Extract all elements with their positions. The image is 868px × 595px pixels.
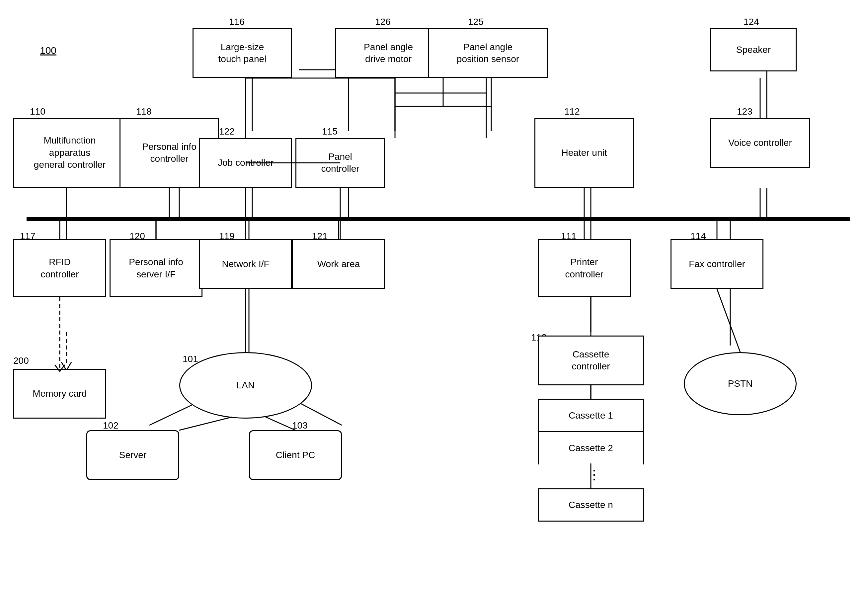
printer-controller-label: Printercontroller xyxy=(565,256,603,280)
heater-unit-box: Heater unit xyxy=(534,118,634,188)
diagram-title: 100 xyxy=(40,45,56,56)
label-job-122: 122 xyxy=(219,126,235,137)
label-125: 125 xyxy=(468,16,484,27)
multifunction-box: Multifunctionapparatusgeneral controller xyxy=(13,118,126,188)
panel-controller-label: Panelcontroller xyxy=(321,151,359,175)
cassette1-label: Cassette 1 xyxy=(568,410,613,422)
cassette-controller-box: Cassettecontroller xyxy=(538,336,644,385)
pstn-label: PSTN xyxy=(728,378,753,389)
label-110: 110 xyxy=(30,106,46,117)
label-118: 118 xyxy=(136,106,152,117)
personal-info-server-box: Personal infoserver I/F xyxy=(109,239,202,298)
label-103: 103 xyxy=(292,420,308,431)
connection-lines xyxy=(0,0,868,595)
network-if-label: Network I/F xyxy=(222,258,269,270)
cassette2-box: Cassette 2 xyxy=(538,431,644,465)
rfid-controller-label: RFIDcontroller xyxy=(40,256,79,280)
voice-controller-box: Voice controller xyxy=(710,118,810,168)
cassette-n-label: Cassette n xyxy=(568,499,613,511)
memory-card-label: Memory card xyxy=(32,388,87,400)
work-area-label: Work area xyxy=(317,258,360,270)
heater-unit-label: Heater unit xyxy=(562,147,607,159)
client-pc-box: Client PC xyxy=(249,430,342,480)
job-controller-box: Job controller xyxy=(199,138,292,188)
printer-controller-box: Printercontroller xyxy=(538,239,631,298)
voice-controller-label: Voice controller xyxy=(728,137,792,149)
label-112: 112 xyxy=(564,106,580,117)
server-label: Server xyxy=(119,449,146,461)
panel-controller-box: Panelcontroller xyxy=(295,138,385,188)
label-116: 116 xyxy=(229,16,245,27)
label-101: 101 xyxy=(183,354,198,364)
job-controller-label: Job controller xyxy=(218,157,273,169)
personal-info-ctrl-label: Personal infocontroller xyxy=(142,141,196,165)
label-126: 126 xyxy=(375,16,391,27)
label-124: 124 xyxy=(744,16,759,27)
diagram: 100 116 Large-sizetouch panel 126 Panel … xyxy=(0,0,868,595)
speaker-label: Speaker xyxy=(736,44,771,56)
fax-controller-label: Fax controller xyxy=(689,258,745,270)
large-touch-panel-label: Large-sizetouch panel xyxy=(218,41,267,65)
cassette-controller-label: Cassettecontroller xyxy=(571,348,610,373)
lan-label: LAN xyxy=(237,380,255,391)
panel-angle-sensor-label: Panel angleposition sensor xyxy=(457,41,519,65)
label-115: 115 xyxy=(322,126,338,137)
rfid-controller-box: RFIDcontroller xyxy=(13,239,106,298)
memory-card-box: Memory card xyxy=(13,369,106,419)
personal-info-server-label: Personal infoserver I/F xyxy=(129,256,183,280)
large-touch-panel-box: Large-sizetouch panel xyxy=(192,28,292,78)
panel-angle-sensor-box: Panel angleposition sensor xyxy=(428,28,548,78)
panel-angle-drive-label: Panel angledrive motor xyxy=(364,41,413,65)
network-if-box: Network I/F xyxy=(199,239,292,289)
lan-ellipse: LAN xyxy=(179,352,312,419)
multifunction-label: Multifunctionapparatusgeneral controller xyxy=(34,135,106,171)
fax-controller-box: Fax controller xyxy=(670,239,763,289)
cassette-n-box: Cassette n xyxy=(538,488,644,522)
cassette2-label: Cassette 2 xyxy=(568,442,613,454)
label-200: 200 xyxy=(13,355,29,366)
label-102: 102 xyxy=(103,420,118,431)
client-pc-label: Client PC xyxy=(276,449,315,461)
label-123: 123 xyxy=(737,106,753,117)
server-box: Server xyxy=(86,430,179,480)
pstn-ellipse: PSTN xyxy=(684,352,797,415)
speaker-box: Speaker xyxy=(710,28,797,71)
cassette1-box: Cassette 1 xyxy=(538,399,644,432)
ellipsis-dots: ⋮ xyxy=(588,467,601,482)
panel-angle-drive-box: Panel angledrive motor xyxy=(335,28,441,78)
work-area-box: Work area xyxy=(292,239,385,289)
